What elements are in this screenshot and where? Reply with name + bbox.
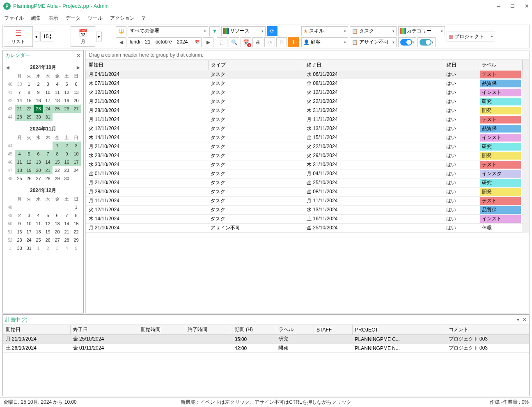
cal-day[interactable]: 30 <box>62 174 71 183</box>
cal-day[interactable]: 9 <box>34 88 43 96</box>
grid-header[interactable]: 開始日 <box>86 60 209 70</box>
cal-day[interactable]: 31 <box>43 113 53 121</box>
cal-next[interactable]: ▶ <box>77 65 80 70</box>
cal-day[interactable]: 4 <box>62 244 71 252</box>
cal-day[interactable]: 20 <box>53 228 62 236</box>
cal-day[interactable]: 18 <box>53 96 62 105</box>
prev-date-button[interactable]: ◀ <box>116 37 126 47</box>
cal-day[interactable]: 3 <box>43 80 53 88</box>
bottom-header[interactable]: STAFF <box>314 325 352 335</box>
cal-day[interactable] <box>34 142 43 150</box>
cal-day[interactable]: 14 <box>62 220 71 228</box>
bottom-header[interactable]: 期間 (H) <box>232 325 276 335</box>
table-row[interactable]: 水 30/10/2024タスク木 31/10/2024はいテスト <box>86 160 523 169</box>
cal-day[interactable]: 25 <box>53 105 62 113</box>
cal-day[interactable]: 2 <box>15 211 24 220</box>
cal-day[interactable]: 28 <box>15 113 24 121</box>
cal-day[interactable] <box>71 174 81 183</box>
table-row[interactable]: 木 07/11/2024タスク金 08/11/2024はい品質保 <box>86 79 523 88</box>
close-button[interactable]: ✕ <box>525 3 529 9</box>
project-dropdown[interactable]: ▦ プロジェクト▾ <box>447 32 495 41</box>
customer-dropdown[interactable]: 👤 顧客▾ <box>301 37 348 47</box>
cal-day[interactable]: 4 <box>53 80 62 88</box>
cal-day[interactable]: 28 <box>62 236 71 244</box>
cal-day[interactable]: 5 <box>71 244 81 252</box>
cal-prev[interactable]: ◀ <box>6 65 9 70</box>
cal-day[interactable]: 5 <box>62 80 71 88</box>
cal-day[interactable]: 26 <box>43 236 53 244</box>
table-row[interactable]: 火 12/11/2024タスク水 13/11/2024はい品質保 <box>86 206 523 215</box>
cal-day[interactable]: 21 <box>62 228 71 236</box>
cal-day[interactable]: 19 <box>43 228 53 236</box>
cal-day[interactable]: 30 <box>15 80 24 88</box>
cal-day[interactable]: 8 <box>53 150 62 158</box>
cal-day[interactable] <box>71 113 81 121</box>
cal-day[interactable] <box>62 203 71 211</box>
cal-day[interactable]: 29 <box>24 113 34 121</box>
cal-day[interactable] <box>24 142 34 150</box>
list-view-button[interactable]: ☰ リスト <box>4 26 33 47</box>
action-icon[interactable]: ⬇ <box>288 37 299 47</box>
grid-header[interactable]: タイプ <box>208 60 304 70</box>
table-row[interactable]: 月 04/11/2024タスク水 06/11/2024はいテスト <box>86 70 523 79</box>
cal-day[interactable]: 31 <box>24 244 34 252</box>
cal-day[interactable]: 29 <box>71 236 81 244</box>
bottom-header[interactable]: コメント <box>446 325 529 335</box>
panel-close-icon[interactable]: ✕ <box>523 317 527 322</box>
bottom-header[interactable]: PROJECT <box>353 325 446 335</box>
hierarchy-icon[interactable]: 🔱 <box>116 26 126 36</box>
cal-day[interactable]: 7 <box>62 211 71 220</box>
filter-icon[interactable]: ▼ <box>209 26 220 36</box>
cal-day[interactable] <box>53 203 62 211</box>
cal-day[interactable]: 26 <box>62 105 71 113</box>
table-row[interactable]: 木 14/11/2024タスク金 15/11/2024はいインスト <box>86 133 523 142</box>
category-dropdown[interactable]: カテゴリー▾ <box>398 26 445 36</box>
table-row[interactable]: 木 14/11/2024タスク土 16/11/2024はいインスト <box>86 215 523 224</box>
cal-day[interactable]: 24 <box>24 236 34 244</box>
grid-header[interactable]: ラベル <box>479 60 522 70</box>
unassign-dropdown[interactable]: 📋 アサイン不可▾ <box>350 37 397 47</box>
menu-アクション[interactable]: アクション <box>110 15 135 22</box>
department-dropdown[interactable]: すべての部署▾ <box>128 26 208 36</box>
bottom-header[interactable]: 開始日 <box>3 325 71 335</box>
table-row[interactable]: 月 11/11/2024タスク月 11/11/2024はいテスト <box>86 197 523 206</box>
cal-day[interactable]: 20 <box>34 166 43 174</box>
cal-day[interactable]: 13 <box>71 88 81 96</box>
table-row[interactable]: 月 21/10/2024タスク金 25/10/2024はい研究 <box>86 178 523 187</box>
cal-day[interactable]: 12 <box>24 158 34 166</box>
cal-day[interactable]: 6 <box>34 150 43 158</box>
cal-day[interactable]: 27 <box>71 105 81 113</box>
cal-day[interactable]: 9 <box>15 220 24 228</box>
cal-day[interactable]: 1 <box>53 142 62 150</box>
cal-day[interactable]: 16 <box>34 96 43 105</box>
date-field[interactable]: lundi 21 octobre 2024📅 <box>128 37 202 47</box>
cal-day[interactable]: 13 <box>34 158 43 166</box>
cal-day[interactable]: 17 <box>71 158 81 166</box>
refresh-icon[interactable]: ⟳ <box>267 26 277 36</box>
cal-day[interactable]: 7 <box>15 88 24 96</box>
table-row[interactable]: 月 28/10/2024タスク木 31/10/2024はい開発 <box>86 106 523 115</box>
menu-表示[interactable]: 表示 <box>48 15 58 22</box>
cal-day[interactable]: 6 <box>53 211 62 220</box>
cal-day[interactable]: 4 <box>34 211 43 220</box>
cal-day[interactable]: 12 <box>62 88 71 96</box>
cal-day[interactable]: 23 <box>62 166 71 174</box>
cal-day[interactable]: 3 <box>53 244 62 252</box>
cal-day[interactable]: 8 <box>71 211 81 220</box>
today-icon[interactable]: 📅● <box>241 37 251 47</box>
cal-day[interactable] <box>43 142 53 150</box>
cal-day[interactable]: 15 <box>53 158 62 166</box>
cal-day[interactable]: 22 <box>71 228 81 236</box>
cal-day[interactable]: 18 <box>15 166 24 174</box>
print-icon[interactable]: 🖨 <box>252 37 263 47</box>
cal-day[interactable]: 5 <box>43 211 53 220</box>
cal-day[interactable]: 17 <box>43 96 53 105</box>
bottom-header[interactable]: 終了日 <box>71 325 138 335</box>
cal-day[interactable]: 10 <box>24 220 34 228</box>
table-row[interactable]: 火 12/11/2024タスク水 13/11/2024はい品質保 <box>86 124 523 133</box>
cal-day[interactable] <box>43 203 53 211</box>
cal-day[interactable]: 22 <box>53 166 62 174</box>
cal-day[interactable]: 15 <box>71 220 81 228</box>
cal-day[interactable] <box>34 203 43 211</box>
cal-day[interactable]: 30 <box>34 113 43 121</box>
